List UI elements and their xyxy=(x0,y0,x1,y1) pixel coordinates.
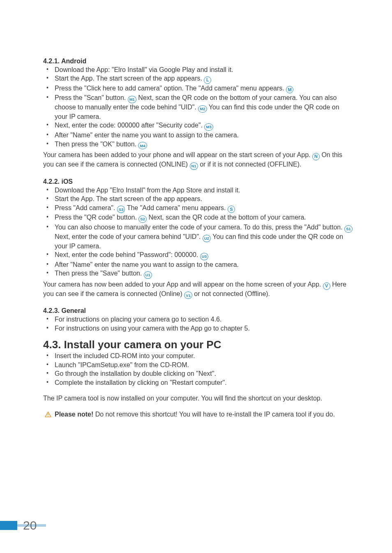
list-item: Launch "IPCamSetup.exe" from the CD-ROM. xyxy=(43,361,353,369)
ref-circle-m: M xyxy=(286,86,293,93)
list-422: Download the App "Elro Install" from the… xyxy=(43,186,353,279)
list-item: Complete the installation by clicking on… xyxy=(43,379,353,387)
ref-circle-l: L xyxy=(204,76,211,84)
para-422-after: Your camera has now been added to your A… xyxy=(43,280,353,299)
list-item: Then press the "OK" button. M4 xyxy=(43,140,353,150)
list-item: Start the App. The start screen of the a… xyxy=(43,74,353,84)
ref-circle-s2: S2 xyxy=(138,215,147,223)
list-43: Insert the included CD-ROM into your com… xyxy=(43,352,353,387)
para-43-after: The IP camera tool is now installed on y… xyxy=(43,394,353,403)
list-item: After "Name" enter the name you want to … xyxy=(43,261,353,269)
list-item: Press the "Scan" button. M1 Next, scan t… xyxy=(43,94,353,121)
list-item: After "Name" enter the name you want to … xyxy=(43,131,353,139)
list-item: You can also choose to manually enter th… xyxy=(43,223,353,250)
list-item: Press the "QR code" button. S2 Next, sca… xyxy=(43,213,353,223)
ref-circle-m4: M4 xyxy=(138,142,147,149)
ref-circle-s3: S3 xyxy=(117,206,125,213)
warning-text: Please note! Do not remove this shortcut… xyxy=(55,411,335,418)
heading-423: 4.2.3. General xyxy=(43,307,353,315)
ref-circle-s: S xyxy=(228,206,235,213)
list-item: Start the App. The start screen of the a… xyxy=(43,195,353,203)
list-item: For instructions on placing your camera … xyxy=(43,315,353,324)
warning-icon xyxy=(45,411,51,420)
list-item: Next, enter the code behind "Password": … xyxy=(43,251,353,260)
page-number: 20 xyxy=(23,518,37,532)
footer-accent-bar xyxy=(0,521,17,530)
warning-note: Please note! Do not remove this shortcut… xyxy=(43,410,353,419)
ref-circle-u3: U3 xyxy=(200,253,208,260)
list-423: For instructions on placing your camera … xyxy=(43,315,353,333)
ref-circle-n1: N1 xyxy=(190,162,198,170)
ref-circle-v: V xyxy=(323,282,330,290)
list-item: Then press the "Save" button. U1 xyxy=(43,269,353,279)
warning-rest: Do not remove this shortcut! You will ha… xyxy=(93,411,335,418)
list-item: Press "Add camera". S3 The "Add camera" … xyxy=(43,204,353,213)
list-item: For instructions on using your camera wi… xyxy=(43,324,353,333)
ref-circle-u2: U2 xyxy=(203,235,211,242)
list-item: Next, enter the code: 000000 after "Secu… xyxy=(43,121,353,131)
ref-circle-m1: M1 xyxy=(128,96,136,103)
heading-422: 4.2.2. iOS xyxy=(43,178,353,185)
page-content: 4.2.1. Android Download the App: "Elro I… xyxy=(0,0,392,419)
ref-circle-m3: M3 xyxy=(204,123,213,131)
list-item: Download the App: "Elro Install" via Goo… xyxy=(43,66,353,74)
warning-bold: Please note! xyxy=(55,411,93,418)
ref-circle-u1: U1 xyxy=(144,271,152,279)
list-421: Download the App: "Elro Install" via Goo… xyxy=(43,66,353,149)
list-item: Download the App "Elro Install" from the… xyxy=(43,186,353,194)
ref-circle-n: N xyxy=(312,153,320,160)
list-item: Go through the installation by double cl… xyxy=(43,370,353,378)
svg-point-1 xyxy=(48,416,48,416)
ref-circle-m2: M2 xyxy=(198,105,207,113)
ref-circle-s1: S1 xyxy=(344,225,353,233)
para-421-after: Your camera has been added to your phone… xyxy=(43,151,353,169)
ref-circle-v1: V1 xyxy=(184,292,192,299)
heading-43: 4.3. Install your camera on your PC xyxy=(43,338,353,351)
page-footer: 20 xyxy=(0,521,46,530)
heading-421: 4.2.1. Android xyxy=(43,58,353,65)
list-item: Press the "Click here to add camera" opt… xyxy=(43,84,353,94)
list-item: Insert the included CD-ROM into your com… xyxy=(43,352,353,360)
